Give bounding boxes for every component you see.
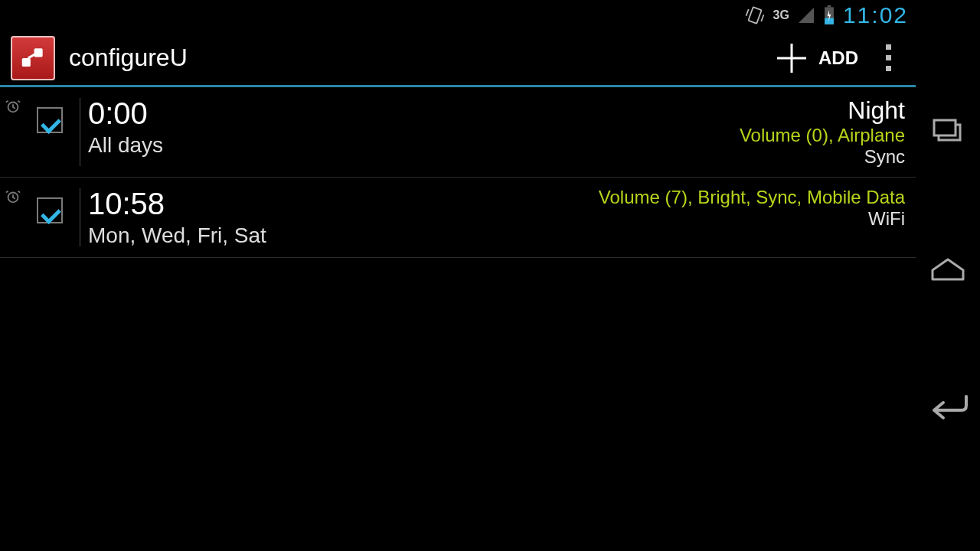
list-item[interactable]: 10:58 Mon, Wed, Fri, Sat Volume (7), Bri…	[0, 178, 916, 258]
svg-rect-5	[828, 5, 831, 7]
recent-apps-button[interactable]	[931, 115, 965, 148]
add-button[interactable]: ADD	[762, 34, 872, 82]
status-clock: 11:02	[843, 2, 908, 28]
app-title: configureU	[69, 44, 188, 72]
divider	[80, 188, 80, 246]
back-button[interactable]	[926, 393, 969, 424]
action-bar: configureU ADD	[0, 31, 916, 87]
system-navbar	[916, 0, 980, 551]
list-item[interactable]: 0:00 All days Night Volume (0), Airplane…	[0, 87, 916, 178]
svg-rect-6	[22, 58, 31, 67]
signal-icon	[797, 6, 815, 24]
vibrate-icon	[744, 5, 766, 26]
svg-rect-0	[748, 7, 761, 24]
svg-line-1	[746, 9, 748, 16]
schedule-time: 10:58	[88, 187, 599, 220]
divider	[80, 98, 80, 166]
home-button[interactable]	[929, 256, 966, 286]
enable-checkbox[interactable]	[37, 197, 63, 223]
enable-checkbox[interactable]	[37, 107, 63, 133]
actions-disabled: WiFi	[599, 208, 905, 230]
alarm-icon	[5, 96, 37, 168]
svg-rect-11	[934, 120, 956, 135]
app-icon	[11, 36, 55, 80]
plus-icon	[776, 42, 808, 74]
battery-icon	[823, 5, 835, 25]
actions-enabled: Volume (0), Airplane	[740, 125, 905, 146]
alarm-icon	[5, 187, 37, 248]
svg-line-2	[761, 15, 763, 21]
actions-disabled: Sync	[740, 146, 905, 168]
schedule-days: Mon, Wed, Fri, Sat	[88, 223, 599, 248]
actions-enabled: Volume (7), Bright, Sync, Mobile Data	[599, 187, 905, 208]
profile-name: Night	[740, 96, 905, 125]
schedule-days: All days	[88, 133, 740, 158]
status-bar: 3G 11:02	[0, 0, 916, 31]
network-type-label: 3G	[773, 8, 789, 22]
overflow-menu-button[interactable]	[872, 37, 905, 79]
schedule-time: 0:00	[88, 96, 740, 130]
add-button-label: ADD	[818, 47, 858, 69]
schedule-list: 0:00 All days Night Volume (0), Airplane…	[0, 87, 916, 258]
